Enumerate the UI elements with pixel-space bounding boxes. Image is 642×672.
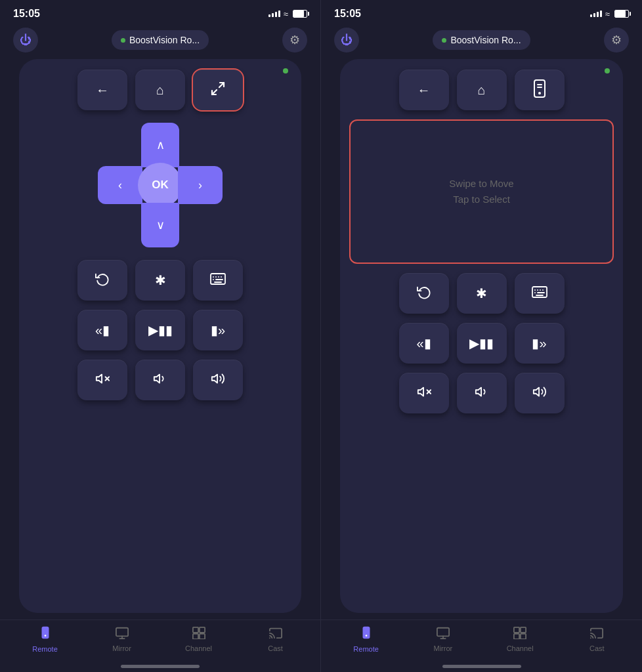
remote-tab-icon-right bbox=[359, 625, 374, 643]
settings-button-left[interactable]: ⚙ bbox=[282, 28, 307, 52]
status-icons-right: ≈ bbox=[590, 9, 629, 19]
device-label-right[interactable]: BoostVision Ro... bbox=[433, 30, 530, 50]
top-button-row-left: ← ⌂ bbox=[28, 70, 291, 110]
cast-tab-icon-left bbox=[268, 626, 283, 642]
tab-channel-right[interactable]: Channel bbox=[500, 626, 540, 652]
dpad-right-btn[interactable]: › bbox=[178, 166, 223, 204]
touchpad-area[interactable]: Swipe to Move Tap to Select bbox=[349, 119, 613, 264]
keyboard-button-right[interactable] bbox=[515, 273, 565, 314]
forward-button-left[interactable]: ▮» bbox=[193, 310, 243, 350]
tab-mirror-left[interactable]: Mirror bbox=[102, 626, 142, 652]
star-icon: ✱ bbox=[155, 272, 166, 288]
tab-mirror-label-left: Mirror bbox=[112, 644, 131, 652]
remote-icon-right bbox=[532, 79, 547, 101]
settings-button-right[interactable]: ⚙ bbox=[604, 28, 629, 52]
mute-button-left[interactable] bbox=[77, 360, 127, 400]
ok-button-left[interactable]: OK bbox=[138, 163, 182, 207]
down-arrow-icon: ∨ bbox=[156, 218, 165, 232]
dpad-left-btn[interactable]: ‹ bbox=[98, 166, 142, 204]
dpad-down-left[interactable]: ∨ bbox=[141, 203, 179, 247]
vol-down-button-right[interactable] bbox=[457, 373, 507, 413]
status-bar-right: 15:05 ≈ bbox=[321, 0, 642, 22]
remote-tab-icon-left bbox=[38, 625, 53, 643]
tab-remote-left[interactable]: Remote bbox=[26, 625, 65, 653]
back-button-right[interactable]: ← bbox=[399, 70, 449, 110]
svg-marker-13 bbox=[154, 374, 160, 383]
signal-icon-right bbox=[590, 10, 602, 17]
tab-cast-left[interactable]: Cast bbox=[256, 626, 295, 652]
left-phone: 15:05 ≈ ⏻ BoostVision Ro... bbox=[0, 0, 321, 672]
vol-down-icon-right bbox=[475, 385, 489, 402]
rewind-icon-right: «▮ bbox=[416, 335, 431, 351]
tab-cast-label-left: Cast bbox=[268, 644, 283, 652]
back-button-left[interactable]: ← bbox=[77, 70, 127, 110]
ok-label: OK bbox=[152, 178, 169, 192]
playpause-button-right[interactable]: ▶▮▮ bbox=[457, 323, 507, 364]
back-icon: ← bbox=[96, 83, 109, 98]
star-button-right[interactable]: ✱ bbox=[457, 273, 507, 314]
star-button-left[interactable]: ✱ bbox=[135, 260, 185, 301]
remote-icon-button-right[interactable] bbox=[515, 70, 565, 110]
svg-rect-47 bbox=[514, 627, 519, 633]
svg-rect-20 bbox=[192, 627, 198, 633]
up-arrow-icon: ∧ bbox=[156, 138, 165, 152]
device-label-left[interactable]: BoostVision Ro... bbox=[112, 30, 209, 50]
vol-up-button-right[interactable] bbox=[515, 373, 565, 413]
replay-button-right[interactable] bbox=[399, 273, 449, 314]
remote-body-left: ← ⌂ bbox=[19, 59, 301, 613]
forward-icon: ▮» bbox=[211, 322, 225, 338]
mute-button-right[interactable] bbox=[399, 373, 449, 413]
svg-marker-37 bbox=[417, 387, 423, 396]
tab-channel-left[interactable]: Channel bbox=[179, 626, 219, 652]
vol-up-icon-right bbox=[532, 385, 547, 402]
vol-down-button-left[interactable] bbox=[135, 360, 185, 400]
rewind-icon: «▮ bbox=[95, 322, 110, 338]
status-bar-left: 15:05 ≈ bbox=[0, 0, 320, 22]
media-button-row-right: «▮ ▶▮▮ ▮» bbox=[349, 323, 613, 364]
svg-rect-49 bbox=[514, 634, 519, 639]
tab-channel-label-left: Channel bbox=[185, 644, 212, 652]
wifi-icon: ≈ bbox=[284, 9, 288, 19]
tab-mirror-label-right: Mirror bbox=[434, 644, 453, 652]
vol-down-icon bbox=[153, 371, 167, 389]
forward-button-right[interactable]: ▮» bbox=[515, 323, 565, 364]
svg-marker-40 bbox=[475, 387, 481, 396]
tab-remote-label-left: Remote bbox=[32, 645, 58, 653]
svg-rect-44 bbox=[437, 628, 449, 637]
connection-dot-right bbox=[442, 38, 446, 43]
replay-icon-right bbox=[417, 285, 431, 303]
rewind-button-right[interactable]: «▮ bbox=[399, 323, 449, 364]
tab-cast-label-right: Cast bbox=[589, 644, 605, 652]
home-button-left[interactable]: ⌂ bbox=[135, 70, 185, 110]
tab-mirror-right[interactable]: Mirror bbox=[423, 626, 463, 652]
mute-icon bbox=[95, 371, 110, 389]
connection-dot-left bbox=[121, 38, 125, 43]
vol-up-button-left[interactable] bbox=[193, 360, 243, 400]
fullscreen-icon bbox=[210, 81, 226, 100]
svg-rect-42 bbox=[362, 627, 370, 639]
power-button-left[interactable]: ⏻ bbox=[13, 28, 38, 52]
keyboard-button-left[interactable] bbox=[193, 260, 243, 301]
mirror-tab-icon-left bbox=[115, 626, 129, 642]
tab-remote-label-right: Remote bbox=[353, 645, 379, 653]
svg-rect-25 bbox=[534, 80, 545, 97]
top-button-row-right: ← ⌂ bbox=[349, 70, 613, 110]
header-right: ⏻ BoostVision Ro... ⚙ bbox=[321, 22, 642, 59]
home-icon: ⌂ bbox=[156, 83, 164, 98]
fullscreen-button-left[interactable] bbox=[193, 70, 243, 110]
playpause-button-left[interactable]: ▶▮▮ bbox=[135, 310, 185, 350]
wifi-icon-right: ≈ bbox=[605, 9, 610, 19]
channel-tab-icon-right bbox=[513, 626, 527, 642]
tab-cast-right[interactable]: Cast bbox=[577, 626, 616, 652]
svg-rect-21 bbox=[199, 627, 204, 633]
home-button-right[interactable]: ⌂ bbox=[457, 70, 507, 110]
dpad-up-left[interactable]: ∧ bbox=[141, 123, 179, 167]
vol-up-icon bbox=[211, 371, 225, 389]
tab-remote-right[interactable]: Remote bbox=[347, 625, 386, 653]
back-icon-right: ← bbox=[417, 83, 431, 98]
touchpad-hint: Swipe to Move Tap to Select bbox=[449, 176, 513, 207]
rewind-button-left[interactable]: «▮ bbox=[77, 310, 127, 350]
replay-button-left[interactable] bbox=[77, 260, 127, 301]
svg-rect-48 bbox=[521, 627, 526, 633]
power-button-right[interactable]: ⏻ bbox=[334, 28, 359, 52]
